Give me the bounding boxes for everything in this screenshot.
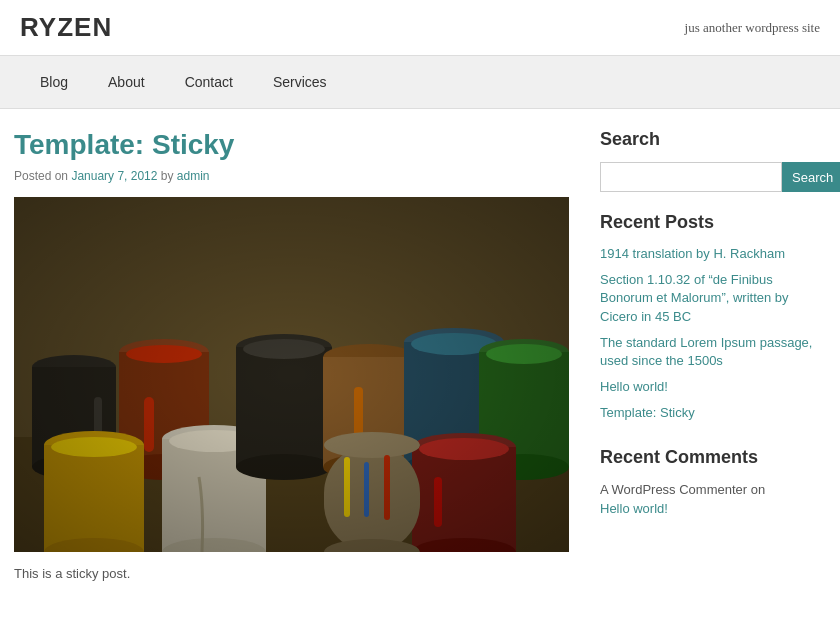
comment-text-before: A WordPress Commenter on (600, 482, 765, 497)
search-widget: Search Search (600, 129, 820, 192)
recent-comment-item: A WordPress Commenter on Hello world! (600, 480, 820, 519)
recent-post-link[interactable]: 1914 translation by H. Rackham (600, 246, 785, 261)
post-caption: This is a sticky post. (14, 566, 570, 581)
nav-services[interactable]: Services (253, 56, 347, 108)
site-tagline: jus another wordpress site (685, 20, 820, 36)
recent-posts-widget: Recent Posts 1914 translation by H. Rack… (600, 212, 820, 423)
list-item: Section 1.10.32 of “de Finibus Bonorum e… (600, 271, 820, 326)
post-title: Template: Sticky (14, 129, 570, 161)
post-image (14, 197, 569, 552)
main-nav: Blog About Contact Services (0, 55, 840, 109)
recent-comments-widget: Recent Comments A WordPress Commenter on… (600, 447, 820, 519)
list-item: Template: Sticky (600, 404, 820, 422)
list-item: Hello world! (600, 378, 820, 396)
post-author-link[interactable]: admin (177, 169, 210, 183)
search-row: Search (600, 162, 820, 192)
post-meta-prefix: Posted on (14, 169, 68, 183)
recent-posts-list: 1914 translation by H. Rackham Section 1… (600, 245, 820, 423)
search-input[interactable] (600, 162, 782, 192)
nav-about[interactable]: About (88, 56, 165, 108)
nav-blog[interactable]: Blog (20, 56, 88, 108)
content-area: Template: Sticky Posted on January 7, 20… (0, 109, 840, 601)
comment-link[interactable]: Hello world! (600, 501, 668, 516)
recent-post-link[interactable]: Template: Sticky (600, 405, 695, 420)
recent-post-link[interactable]: Section 1.10.32 of “de Finibus Bonorum e… (600, 272, 789, 323)
paint-cans-illustration (14, 197, 569, 552)
recent-comments-title: Recent Comments (600, 447, 820, 468)
recent-post-link[interactable]: Hello world! (600, 379, 668, 394)
main-content: Template: Sticky Posted on January 7, 20… (14, 129, 570, 581)
recent-posts-title: Recent Posts (600, 212, 820, 233)
svg-rect-47 (14, 197, 569, 552)
list-item: The standard Lorem Ipsum passage, used s… (600, 334, 820, 370)
sidebar: Search Search Recent Posts 1914 translat… (600, 129, 820, 581)
search-button[interactable]: Search (782, 162, 840, 192)
search-widget-title: Search (600, 129, 820, 150)
post-by: by (161, 169, 174, 183)
site-title[interactable]: RYZEN (20, 12, 112, 43)
nav-contact[interactable]: Contact (165, 56, 253, 108)
site-header: RYZEN jus another wordpress site (0, 0, 840, 55)
list-item: 1914 translation by H. Rackham (600, 245, 820, 263)
post-meta: Posted on January 7, 2012 by admin (14, 169, 570, 183)
recent-post-link[interactable]: The standard Lorem Ipsum passage, used s… (600, 335, 812, 368)
post-date-link[interactable]: January 7, 2012 (71, 169, 157, 183)
